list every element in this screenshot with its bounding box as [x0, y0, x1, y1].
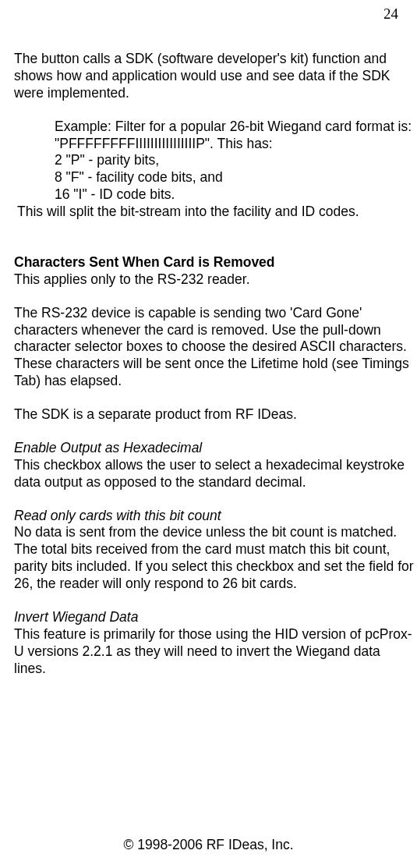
example-block: Example: Filter for a popular 26-bit Wie… — [14, 119, 415, 204]
footer-copyright: © 1998-2006 RF IDeas, Inc. — [0, 837, 417, 854]
example-line-1: Example: Filter for a popular 26-bit Wie… — [55, 119, 415, 153]
section3-heading: Read only cards with this bit count — [14, 508, 415, 525]
example-line-3: 8 "F" - facility code bits, and — [55, 169, 415, 186]
section2-heading: Enable Output as Hexadecimal — [14, 440, 415, 457]
section1-heading: Characters Sent When Card is Removed — [14, 254, 415, 271]
split-line: This will split the bit-stream into the … — [14, 204, 415, 221]
section1-line1: This applies only to the RS-232 reader. — [14, 271, 415, 289]
intro-paragraph: The button calls a SDK (software develop… — [14, 51, 415, 102]
section1-para2: The RS-232 device is capable is sending … — [14, 305, 415, 390]
example-line-2: 2 "P" - parity bits, — [55, 152, 415, 169]
example-line-4: 16 "I" - ID code bits. — [55, 186, 415, 204]
section4-heading: Invert Wiegand Data — [14, 609, 415, 626]
section1-para3: The SDK is a separate product from RF ID… — [14, 406, 415, 423]
section2-body: This checkbox allows the user to select … — [14, 457, 415, 491]
page-content: The button calls a SDK (software develop… — [14, 8, 417, 677]
section3-body: No data is sent from the device unless t… — [14, 524, 415, 593]
page-number: 24 — [383, 5, 398, 23]
section4-body: This feature is primarily for those usin… — [14, 626, 415, 678]
